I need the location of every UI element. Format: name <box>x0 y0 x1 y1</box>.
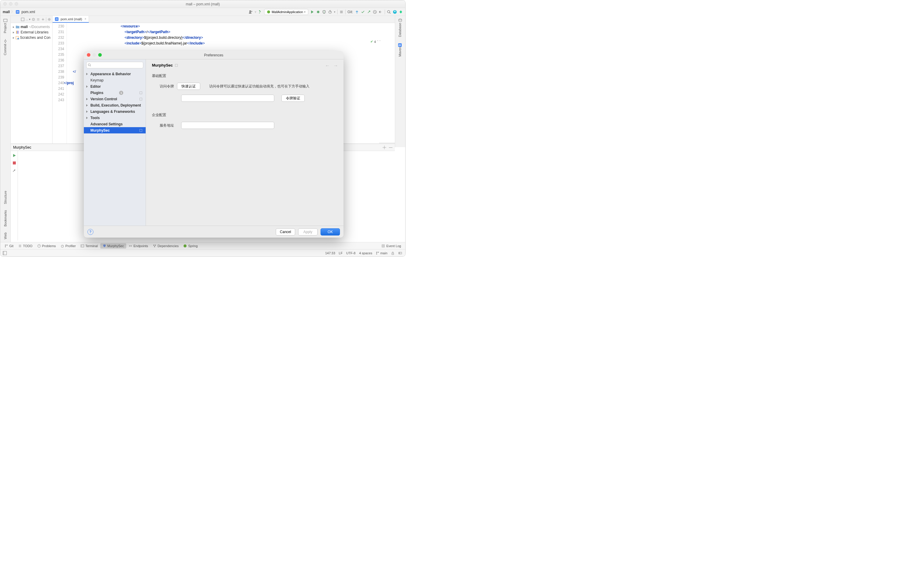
tokenverify-button[interactable]: 令牌验证 <box>281 94 305 102</box>
breadcrumb-file[interactable]: pom.xml <box>21 10 35 14</box>
build-hammer-icon[interactable] <box>258 10 262 14</box>
stop-icon[interactable] <box>13 161 16 165</box>
hide-icon[interactable]: — <box>389 145 393 150</box>
coverage-icon[interactable] <box>322 10 326 14</box>
expand-all-icon[interactable] <box>36 18 40 21</box>
collapse-all-icon[interactable] <box>41 18 45 21</box>
ok-button[interactable]: OK <box>320 228 340 235</box>
token-input[interactable] <box>181 94 274 102</box>
cat-murphysec[interactable]: MurphySec <box>84 127 146 134</box>
cat-vcs[interactable]: Version Control <box>84 96 146 102</box>
cat-build[interactable]: Build, Execution, Deployment <box>84 102 146 108</box>
tool-terminal[interactable]: Terminal <box>78 243 100 249</box>
database-tab[interactable]: Database <box>398 18 402 37</box>
editor-tab-pom[interactable]: m pom.xml (mall) × <box>53 16 89 23</box>
breadcrumb[interactable]: mall 〉 m pom.xml <box>3 9 35 14</box>
web-tab[interactable]: Web <box>3 233 7 239</box>
caret-position[interactable]: 147:33 <box>325 251 335 255</box>
panel-title: MurphySec <box>152 63 338 68</box>
project-view-dropdown[interactable]: ... ▾ <box>26 18 30 21</box>
vcs-history-icon[interactable] <box>373 10 377 14</box>
code-with-me-icon[interactable] <box>399 10 403 14</box>
encoding[interactable]: UTF-8 <box>346 251 355 255</box>
maven-tab[interactable]: mMaven <box>398 43 403 57</box>
debug-icon[interactable] <box>316 10 320 14</box>
cat-tools[interactable]: Tools <box>84 115 146 121</box>
search-everywhere-icon[interactable] <box>387 10 391 14</box>
tool-dependencies[interactable]: Dependencies <box>150 243 181 249</box>
toolwindows-icon[interactable] <box>3 251 7 255</box>
cat-advanced[interactable]: Advanced Settings <box>84 121 146 127</box>
gear-icon[interactable] <box>382 145 386 150</box>
select-opened-icon[interactable] <box>21 18 25 21</box>
wrench-icon[interactable] <box>12 169 16 172</box>
vcs-commit-icon[interactable] <box>361 10 365 14</box>
vcs-push-icon[interactable] <box>367 10 371 14</box>
cat-appearance[interactable]: Appearance & Behavior <box>84 71 146 77</box>
bookmarks-tab[interactable]: Bookmarks <box>3 210 7 226</box>
close-dot[interactable] <box>3 2 7 6</box>
tool-spring[interactable]: Spring <box>181 243 200 249</box>
breadcrumb-project[interactable]: mall <box>3 10 10 14</box>
quickauth-button[interactable]: 快速认证 <box>177 83 200 90</box>
tree-ext-libs[interactable]: External Libraries <box>12 30 52 35</box>
tool-git[interactable]: Git <box>2 243 16 249</box>
user-add-icon[interactable] <box>249 10 253 14</box>
line-ending[interactable]: LF <box>339 251 343 255</box>
help-button[interactable]: ? <box>87 229 93 235</box>
project-tree[interactable]: mall ~/Documents External Libraries Scra… <box>11 23 52 41</box>
library-icon <box>15 30 20 34</box>
back-icon[interactable]: ← <box>325 63 330 68</box>
cat-plugins[interactable]: Plugins1 <box>84 89 146 96</box>
inspection-widget[interactable]: ✔ 4 ˆ ˇ <box>370 40 381 44</box>
chevron-up-icon[interactable]: ˆ <box>377 40 378 44</box>
server-input[interactable] <box>181 122 274 129</box>
list-icon <box>18 244 22 248</box>
locate-icon[interactable] <box>31 18 35 21</box>
vcs-rollback-icon[interactable] <box>379 10 383 14</box>
tool-murphysec[interactable]: MurphySec <box>100 243 127 249</box>
cat-lang[interactable]: Languages & Frameworks <box>84 108 146 115</box>
commit-tab[interactable]: Commit <box>3 39 7 55</box>
close-icon[interactable]: × <box>84 17 86 21</box>
profiler-run-icon[interactable] <box>328 10 332 14</box>
category-list[interactable]: Appearance & Behavior Keymap Editor Plug… <box>84 71 146 226</box>
search-input[interactable] <box>86 62 143 68</box>
svg-rect-45 <box>140 129 142 132</box>
svg-rect-8 <box>3 19 7 22</box>
structure-tab[interactable]: Structure <box>3 191 7 204</box>
svg-rect-31 <box>155 245 156 246</box>
dialog-zoom-dot[interactable] <box>98 53 102 57</box>
ide-update-icon[interactable] <box>393 10 397 14</box>
tree-scratches[interactable]: Scratches and Con <box>12 35 52 40</box>
cancel-button[interactable]: Cancel <box>276 228 295 235</box>
chevron-down-icon[interactable]: ˇ <box>380 40 381 44</box>
minimize-dot[interactable] <box>9 2 13 6</box>
forward-icon[interactable]: → <box>333 63 338 68</box>
settings-gear-icon[interactable] <box>48 18 51 21</box>
tool-profiler[interactable]: Profiler <box>58 243 78 249</box>
lock-icon[interactable] <box>391 251 394 255</box>
project-tab[interactable]: Project <box>3 18 7 33</box>
run-more-icon[interactable]: ▾ <box>334 10 335 13</box>
cat-keymap[interactable]: Keymap <box>84 77 146 83</box>
run-config-selector[interactable]: MallAdminApplication ▾ <box>264 9 308 15</box>
mem-indicator-icon[interactable] <box>398 251 402 255</box>
tool-todo[interactable]: TODO <box>16 243 35 249</box>
tool-endpoints[interactable]: Endpoints <box>126 243 150 249</box>
svg-rect-36 <box>3 251 4 255</box>
navigation-bar: mall 〉 m pom.xml ▾ MallAdminApplication … <box>0 8 405 16</box>
vcs-update-icon[interactable] <box>355 10 359 14</box>
apply-button[interactable]: Apply <box>298 228 318 235</box>
indent[interactable]: 4 spaces <box>359 251 372 255</box>
run-icon[interactable] <box>310 10 314 14</box>
run-icon[interactable] <box>12 154 16 158</box>
tool-problems[interactable]: Problems <box>35 243 58 249</box>
svg-rect-14 <box>16 31 17 34</box>
tree-root[interactable]: mall ~/Documents <box>12 24 52 30</box>
branch-widget[interactable]: main <box>376 251 388 255</box>
dialog-close-dot[interactable] <box>87 53 91 57</box>
tool-eventlog[interactable]: Event Log <box>379 243 404 249</box>
zoom-dot[interactable] <box>15 2 18 6</box>
cat-editor[interactable]: Editor <box>84 83 146 89</box>
